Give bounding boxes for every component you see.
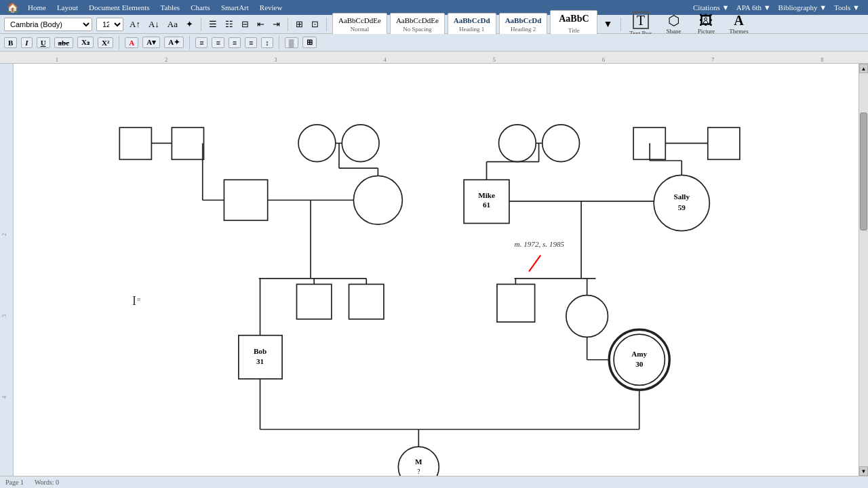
scroll-down-btn[interactable]: ▼ [859, 466, 868, 476]
svg-text:m. 1972, s. 1985: m. 1972, s. 1985 [515, 240, 565, 248]
svg-point-15 [353, 176, 402, 224]
document-canvas[interactable]: I ≡ [14, 64, 859, 476]
tab-layout[interactable]: Layout [52, 2, 83, 13]
svg-rect-40 [349, 284, 384, 319]
svg-text:Amy: Amy [631, 350, 647, 358]
scrollbar-right[interactable]: ▲ ▼ [859, 64, 868, 476]
align-center-btn[interactable]: ≡ [212, 37, 224, 48]
left-margin: 2 3 4 5 [0, 64, 14, 476]
underline-btn[interactable]: U [37, 37, 50, 48]
case-btn[interactable]: Aa [165, 18, 180, 30]
bold-btn[interactable]: B [4, 37, 17, 48]
font-select[interactable]: Cambria (Body) [4, 18, 92, 31]
line-spacing-btn[interactable]: ↕ [261, 37, 273, 48]
indent-increase-btn[interactable]: ⇥ [271, 18, 282, 30]
style-heading2[interactable]: AaBbCcDdHeading 2 [499, 13, 548, 36]
svg-text:30: 30 [635, 360, 644, 368]
svg-point-4 [342, 125, 379, 162]
subscript-btn[interactable]: X₂ [77, 37, 94, 48]
svg-text:59: 59 [678, 203, 686, 211]
svg-text:M: M [415, 458, 422, 466]
shading-btn[interactable]: ▒ [285, 37, 298, 48]
align-right-btn[interactable]: ≡ [229, 37, 241, 48]
font-size-select[interactable]: 12 [96, 18, 123, 31]
bullets-btn[interactable]: ☰ [207, 18, 219, 30]
ruler: 1 2 3 4 5 6 7 8 [0, 52, 868, 64]
svg-text:Sally: Sally [673, 192, 690, 201]
status-bar: Page 1 Words: 0 [0, 476, 868, 488]
tab-review[interactable]: Review [254, 2, 288, 13]
table-insert-btn[interactable]: ⊞ [294, 18, 305, 30]
picture-btn[interactable]: 🖼 Picture [692, 12, 719, 36]
clear-format-btn[interactable]: ✦ [184, 18, 195, 30]
increase-font-btn[interactable]: A↑ [127, 18, 142, 30]
svg-point-3 [298, 125, 336, 162]
svg-text:?: ? [417, 468, 420, 475]
outline-btn[interactable]: ⊟ [239, 18, 251, 30]
word-icon: 🏠 [3, 1, 22, 15]
tab-charts[interactable]: Charts [185, 2, 216, 13]
highlight-btn[interactable]: A▾ [142, 37, 160, 48]
svg-line-33 [529, 256, 540, 272]
styles-more-btn[interactable]: ▼ [600, 18, 615, 31]
svg-rect-10 [708, 127, 740, 159]
svg-text:Mike: Mike [478, 191, 495, 199]
page-indicator: Page 1 [5, 479, 24, 486]
tab-document-elements[interactable]: Document Elements [83, 2, 155, 13]
decrease-font-btn[interactable]: A↓ [146, 18, 161, 30]
svg-point-6 [498, 125, 536, 162]
word-count: Words: 0 [35, 479, 59, 486]
svg-text:Bob: Bob [254, 347, 267, 355]
numbering-btn[interactable]: ☷ [223, 18, 235, 30]
tab-home[interactable]: Home [22, 2, 52, 13]
svg-point-49 [566, 296, 608, 338]
align-left-btn[interactable]: ≡ [195, 37, 208, 48]
svg-rect-12 [224, 180, 267, 220]
svg-rect-1 [172, 127, 203, 159]
font-color-btn[interactable]: A [125, 37, 138, 48]
scrollbar-thumb[interactable] [860, 113, 867, 230]
genogram-diagram: Mike 61 Sally 59 m. 1972, s. 1985 [14, 64, 859, 476]
indent-decrease-btn[interactable]: ⇤ [255, 18, 267, 30]
justify-btn[interactable]: ≡ [245, 37, 257, 48]
tab-tables[interactable]: Tables [155, 2, 186, 13]
shape-btn[interactable]: ⬡ Shape [660, 12, 687, 36]
text-effects-btn[interactable]: A✦ [164, 37, 184, 48]
strikethrough-btn[interactable]: abc [54, 37, 74, 48]
borders-format-btn[interactable]: ⊞ [302, 37, 317, 48]
superscript-btn[interactable]: X² [98, 37, 113, 48]
style-heading1[interactable]: AaBbCcDdHeading 1 [448, 13, 496, 36]
svg-text:61: 61 [483, 201, 490, 209]
scrollbar-track[interactable] [859, 73, 868, 466]
svg-point-7 [542, 125, 580, 162]
borders-btn[interactable]: ⊡ [309, 18, 321, 30]
svg-rect-38 [296, 284, 331, 319]
svg-text:31: 31 [256, 357, 264, 365]
style-no-spacing[interactable]: AaBbCcDdEeNo Spacing [390, 13, 445, 36]
svg-rect-47 [497, 284, 535, 322]
tab-smartart[interactable]: SmartArt [216, 2, 254, 13]
style-normal[interactable]: AaBbCcDdEeNormal [332, 13, 387, 36]
scroll-up-btn[interactable]: ▲ [859, 64, 868, 73]
themes-btn[interactable]: A Themes [725, 12, 752, 36]
svg-rect-0 [119, 127, 151, 159]
italic-btn[interactable]: I [21, 37, 32, 48]
